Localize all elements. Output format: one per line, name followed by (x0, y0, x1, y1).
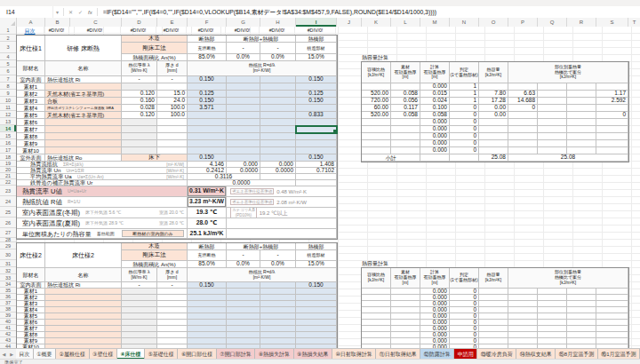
cell-H39[interactable] (260, 313, 296, 320)
row-header-11[interactable]: 11 (0, 104, 16, 111)
cell-S10[interactable]: 2.592 (596, 98, 628, 105)
cell-K41[interactable] (362, 326, 391, 332)
cell-S35[interactable] (596, 289, 628, 295)
cell-R17[interactable] (567, 147, 596, 154)
cell-S9[interactable]: 1.17 (596, 91, 628, 98)
cell-B5-6[interactable]: 名称 (45, 61, 122, 76)
cell-G41[interactable] (227, 326, 260, 332)
row-header-37[interactable]: 37 (0, 300, 16, 306)
cell-A5-6[interactable]: 部材名 (17, 61, 45, 76)
cell-F3[interactable]: 充填断熱 (188, 43, 227, 54)
cell-I8[interactable] (296, 83, 337, 91)
cell-K15[interactable] (362, 133, 391, 140)
cell-P17[interactable] (508, 147, 538, 154)
cell-Q35[interactable] (538, 289, 567, 295)
cell-L14[interactable] (391, 126, 420, 133)
cell-B41[interactable] (45, 326, 122, 332)
cell-E39[interactable] (157, 313, 188, 320)
cell-N12[interactable]: 0 (450, 112, 479, 119)
cell-R16[interactable] (567, 140, 596, 147)
cell-M35[interactable]: 0.000 (420, 289, 450, 295)
row-header-17[interactable]: 17 (0, 146, 16, 154)
column-header-I[interactable]: I (296, 18, 337, 27)
cell-Q17[interactable] (538, 147, 567, 154)
cell-L11[interactable]: 0.117 (391, 105, 420, 112)
cell-G31[interactable]: 0.0% (227, 261, 260, 268)
cell-G20[interactable]: 0.0000 (227, 168, 260, 174)
row-header-5[interactable]: 5 (0, 60, 16, 67)
cell-D16[interactable] (122, 140, 157, 147)
cell-S15[interactable] (596, 133, 628, 140)
cell-P37[interactable] (508, 301, 538, 307)
cell-I12[interactable]: 0.833 (296, 112, 337, 119)
cell-O13[interactable] (479, 119, 508, 126)
cell-L5-7[interactable]: 素材 有効蓄熱厚 [m] (391, 62, 420, 83)
cell-A39[interactable]: 素材5 (17, 313, 45, 320)
column-header-P[interactable]: P (508, 18, 538, 27)
cell-S11[interactable] (596, 105, 628, 112)
cell-B17[interactable] (45, 147, 122, 154)
cell-E9[interactable]: 15.0 (157, 91, 188, 98)
cell-N36[interactable]: 0 (450, 295, 479, 301)
cell-D2[interactable]: 木造 (122, 36, 188, 43)
cell-A21[interactable]: 平均熱貫流率 UaUa=Σ(Un·An)[W/m²·K] (17, 174, 188, 180)
cell-L8[interactable] (391, 83, 420, 91)
row-header-22[interactable]: 22 (0, 179, 16, 186)
cell-F39[interactable] (188, 313, 227, 320)
cell-S8[interactable] (596, 83, 628, 91)
cell-P11[interactable]: 0 (508, 105, 538, 112)
cell-A29[interactable]: 床仕様2 (17, 243, 45, 268)
cell-Q40[interactable] (538, 320, 567, 326)
cell-D30[interactable]: 剛床工法 (122, 250, 188, 261)
cell-S43[interactable] (596, 338, 628, 344)
cell-R39[interactable] (567, 313, 596, 320)
cell-M18[interactable] (420, 154, 450, 162)
row-header-10[interactable]: 10 (0, 97, 16, 104)
cell-G9[interactable] (227, 91, 260, 98)
cell-G10[interactable] (227, 98, 260, 105)
cell-A23[interactable]: 熱貫流率 U値U=Ua+Ur (17, 186, 188, 197)
cell-F8[interactable] (188, 83, 227, 91)
cell-G36[interactable] (227, 295, 260, 301)
cell-G11[interactable] (227, 105, 260, 112)
cell-O11[interactable]: 0.00 (479, 105, 508, 112)
cell-I15[interactable] (296, 133, 337, 140)
cell-G42[interactable] (227, 332, 260, 338)
cell-O32-34[interactable]: 熱容量 [kJ/m²K] (479, 268, 508, 289)
cell-S16[interactable] (596, 140, 628, 147)
cell-B36[interactable] (45, 295, 122, 301)
cell-P38[interactable] (508, 307, 538, 313)
cell-N8[interactable]: 1 (450, 83, 479, 91)
column-header-R[interactable]: R (567, 18, 596, 27)
cell-D41[interactable] (122, 326, 157, 332)
cell-G27[interactable] (227, 229, 337, 239)
cell-O36[interactable] (479, 295, 508, 301)
row-header-3[interactable]: 3 (0, 42, 16, 53)
cell-D9[interactable]: 0.120 (122, 91, 157, 98)
cell-M39[interactable]: 0.000 (420, 313, 450, 320)
cell-C1[interactable]: #DIV/0! (69, 27, 121, 35)
cell-H41[interactable] (260, 326, 296, 332)
cell-O17[interactable] (479, 147, 508, 154)
cell-I35[interactable] (296, 289, 337, 295)
cell-N15[interactable]: 0 (450, 133, 479, 140)
cell-B29[interactable]: 床仕様2 (45, 243, 122, 268)
cell-M32-34[interactable]: 計算 有効蓄熱厚 [m] (420, 268, 450, 289)
cell-L12[interactable]: 0.058 (391, 112, 420, 119)
cell-B12[interactable]: 天然木材(省エネ基準用) (45, 112, 122, 119)
cell-I9[interactable]: 0.125 (296, 91, 337, 98)
cell-A11[interactable]: 素材4 (17, 105, 45, 112)
cell-H36[interactable] (260, 295, 296, 301)
cell-A9[interactable]: 素材2 (17, 91, 45, 98)
row-header-20[interactable]: 20 (0, 167, 16, 173)
cell-F23[interactable]: 0.31 W/m²·K (188, 186, 227, 197)
cell-B10[interactable]: 合板 (45, 98, 122, 105)
cell-B34[interactable]: 熱伝達抵抗 Ri (45, 282, 122, 289)
row-header-8[interactable]: 8 (0, 83, 16, 90)
cell-F26[interactable]: 28.0 ℃ (188, 218, 227, 229)
cell-E40[interactable] (157, 320, 188, 326)
cell-E34[interactable]: - (157, 282, 188, 289)
cell-Q43[interactable] (538, 338, 567, 344)
cell-L38[interactable] (391, 307, 420, 313)
cell-P13[interactable] (508, 119, 538, 126)
